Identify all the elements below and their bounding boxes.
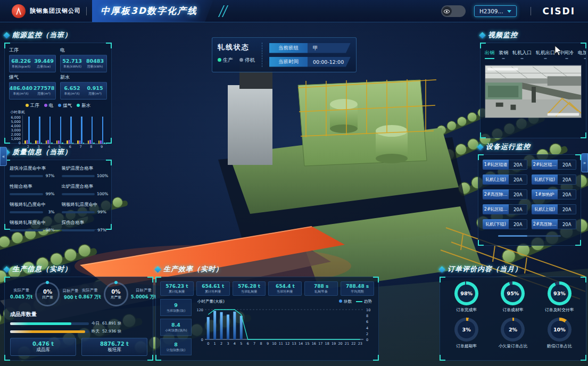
- production-title: 生产信息（实时）: [12, 264, 72, 274]
- svg-text:19: 19: [332, 342, 336, 346]
- equipment-label-button[interactable]: 2#高压除…: [483, 189, 509, 199]
- video-tab-6[interactable]: 电加热: [578, 49, 586, 59]
- order-ring: 95%订单成材率: [490, 281, 536, 313]
- equipment-item: 2#轧区辊…20A: [532, 160, 576, 170]
- equipment-value: 20A: [558, 204, 576, 214]
- energy-card-process: 工序 68.226单耗(kgce/t)39.449总量(tce): [9, 47, 56, 72]
- svg-text:9: 9: [267, 342, 269, 346]
- order-ring: 93%订单及时交付率: [536, 281, 583, 313]
- svg-text:10: 10: [366, 308, 370, 312]
- orders-panel: 订单评价内容（当月） 98%订单完成率95%订单成材率93%订单及时交付率3%订…: [440, 264, 586, 361]
- heat-number-value: H2309...: [479, 8, 503, 14]
- stock-bar-today: 今日61.891 块: [10, 321, 147, 326]
- order-ring: 10%赔偿订单占比: [536, 318, 583, 349]
- company-name: 陕钢集团汉钢公司: [30, 7, 81, 15]
- equipment-label-button[interactable]: 1#加热炉: [532, 189, 558, 199]
- efficiency-title: 生产效率（实时）: [163, 264, 223, 274]
- legend-item[interactable]: 工序: [26, 103, 39, 109]
- energy-bar-group: 7: [77, 115, 84, 144]
- energy-bar-group: 9: [98, 115, 105, 144]
- svg-text:2: 2: [366, 332, 368, 336]
- energy-chart-yaxis: 6,0005,0004,0003,0002,0001,0000: [9, 115, 22, 144]
- efficiency-side-stat: 8计划块数(块): [160, 338, 192, 355]
- hourly-output-chart-block: 小时产量(大板) 块数 趋势 0123456789101112131415161…: [195, 299, 374, 355]
- page-title: 中厚板3D数字化产线: [101, 5, 197, 17]
- daily-output-gauge: 实际产量0.045 万t 0%日产量 目标产量900 t: [10, 282, 78, 306]
- visibility-toggle[interactable]: [441, 5, 466, 17]
- equipment-label-button[interactable]: 轧机(上辊): [483, 174, 509, 185]
- legend-stopped: 停机: [239, 57, 255, 64]
- heat-number-select[interactable]: H2309...: [474, 5, 517, 17]
- equipment-label-button[interactable]: 2#高压除…: [532, 219, 558, 229]
- equipment-label-button[interactable]: 2#轧区辊…: [483, 204, 509, 214]
- svg-text:12: 12: [285, 342, 289, 346]
- svg-text:21: 21: [345, 342, 349, 346]
- equipment-item: 2#轧区辊…20A: [483, 204, 527, 214]
- svg-text:8: 8: [366, 314, 368, 318]
- cctv-feed[interactable]: [485, 65, 582, 118]
- line-status-title: 轧线状态: [218, 43, 255, 52]
- legend-item[interactable]: 新水: [77, 103, 90, 109]
- current-crew-row: 当前班组 甲: [269, 43, 351, 53]
- quality-item: 出炉温度合格率100%: [62, 184, 107, 196]
- video-tab-3[interactable]: 轧机入口: [512, 49, 532, 59]
- legend-item[interactable]: 煤气: [58, 103, 72, 109]
- title-banner: 中厚板3D数字化产线: [92, 0, 213, 22]
- video-tab-5[interactable]: 中间冷: [559, 49, 574, 59]
- monthly-output-gauge: 实际产量0.867 万t 0%月产量 目标产量5.0006 万t: [78, 282, 156, 306]
- equipment-label-button[interactable]: 轧机(下辊): [532, 174, 558, 185]
- equipment-label-button[interactable]: 1#轧区辊道: [483, 160, 509, 170]
- efficiency-metric: 788 s轧制节奏: [304, 281, 338, 296]
- equipment-item: 1#轧区辊道20A: [483, 160, 527, 170]
- panel-diamond-icon: [479, 32, 486, 39]
- svg-text:20: 20: [338, 342, 342, 346]
- efficiency-metric: 654.4 t当班坯料量: [268, 281, 302, 296]
- video-tab-1[interactable]: 出钢: [485, 49, 494, 59]
- svg-text:0: 0: [207, 342, 209, 346]
- order-ring: 2%小欠量订单占比: [490, 318, 536, 349]
- equipment-item: 轧机(上辊)20A: [483, 174, 527, 185]
- stock-title: 成品库数量: [10, 311, 147, 318]
- svg-text:3: 3: [227, 342, 229, 346]
- efficiency-metric: 788.48 s平均周期: [341, 281, 374, 296]
- panel-diamond-icon: [438, 266, 445, 273]
- video-tab-2[interactable]: 装钢: [499, 49, 508, 59]
- collapse-left-tab[interactable]: «: [0, 147, 7, 166]
- energy-title: 能源监控（当班）: [12, 30, 72, 40]
- top-header: 陕钢集团汉钢公司 中厚板3D数字化产线 H2309... CISDI: [0, 0, 588, 22]
- hourly-chart-title: 小时产量(大板): [197, 299, 225, 304]
- legend-producing: 生产: [218, 57, 233, 64]
- equipment-value: 20A: [558, 219, 576, 229]
- hourly-output-chart: 0123456789101112131415161718192021222312…: [195, 304, 374, 353]
- efficiency-side-stat: 9当班块数(块): [160, 299, 192, 316]
- equipment-value: 20A: [509, 189, 527, 199]
- panel-diamond-icon: [154, 266, 161, 273]
- efficiency-metric: 576.28 t当班轧制量: [233, 281, 266, 296]
- video-panel: 视频监控 出钢装钢轧机入口轧机出口中间冷电加热: [480, 30, 586, 138]
- efficiency-metric: 654.61 t累计坯料量: [196, 281, 230, 296]
- equipment-label-button[interactable]: 轧机(下辊): [483, 219, 509, 229]
- equipment-label-button[interactable]: 轧机(上辊): [532, 204, 558, 214]
- svg-text:4: 4: [366, 326, 368, 330]
- collapse-right-tab[interactable]: »: [581, 153, 588, 172]
- svg-text:8: 8: [260, 342, 262, 346]
- equipment-value: 20A: [558, 160, 576, 170]
- quality-item: 探伤合格率97%: [62, 220, 107, 232]
- energy-chart-ylabel: 小时单耗: [10, 110, 107, 115]
- order-ring: 3%订单超期率: [443, 318, 490, 349]
- svg-text:0: 0: [201, 338, 203, 342]
- efficiency-metric: 576.23 t累计轧制量: [160, 281, 194, 296]
- equipment-label-button[interactable]: 2#轧区辊…: [532, 160, 558, 170]
- equipment-scrollbar[interactable]: [498, 235, 561, 237]
- equipment-value: 20A: [509, 219, 527, 229]
- equipment-value: 20A: [558, 174, 576, 185]
- legend-item[interactable]: 电: [44, 103, 54, 109]
- svg-text:7: 7: [253, 342, 255, 346]
- video-tab-4[interactable]: 轧机出口: [536, 49, 555, 59]
- legend-item[interactable]: 块数: [339, 299, 352, 304]
- svg-text:22: 22: [351, 342, 355, 346]
- legend-item[interactable]: 趋势: [356, 299, 372, 304]
- chevron-down-icon: [507, 10, 511, 13]
- line-status-panel: 轧线状态 生产 停机 当前班组 甲 当班时间 00:00-12:00: [212, 37, 357, 72]
- shift-time-row: 当班时间 00:00-12:00: [269, 57, 351, 67]
